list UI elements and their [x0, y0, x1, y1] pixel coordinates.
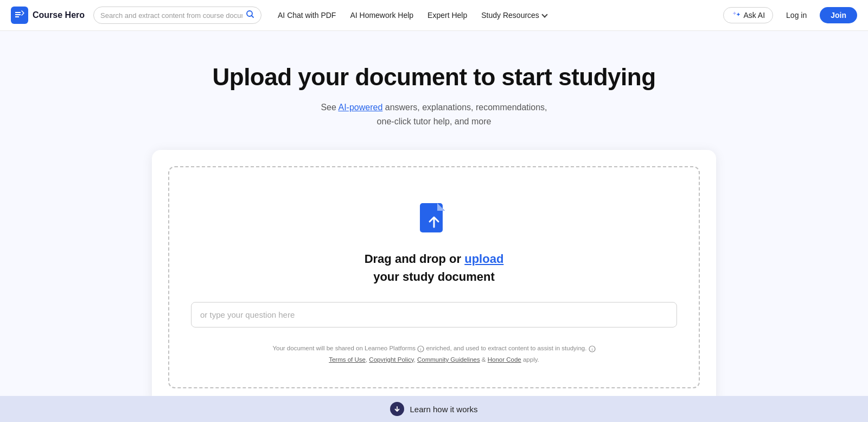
navbar-right: Ask AI Log in Join: [723, 7, 857, 23]
question-input[interactable]: [191, 302, 677, 327]
nav-item-ai-homework[interactable]: AI Homework Help: [344, 8, 419, 23]
drop-zone[interactable]: Drag and drop or uploadyour study docume…: [168, 166, 700, 388]
logo[interactable]: Course Hero: [11, 7, 85, 24]
logo-text: Course Hero: [33, 10, 85, 20]
ai-powered-link[interactable]: AI-powered: [338, 103, 382, 112]
svg-line-2: [252, 16, 254, 18]
navbar: Course Hero AI Chat with PDF AI Homework…: [0, 0, 868, 31]
bottom-banner[interactable]: Learn how it works: [0, 396, 868, 422]
ai-sparkle-icon: [731, 11, 740, 20]
upload-file-icon: [414, 200, 454, 239]
main-content: Upload your document to start studying S…: [0, 31, 868, 422]
learn-how-icon: [390, 402, 404, 416]
nav-links: AI Chat with PDF AI Homework Help Expert…: [272, 8, 723, 23]
search-bar[interactable]: [93, 7, 261, 24]
arrow-down-icon: [393, 405, 401, 413]
upload-card: Drag and drop or uploadyour study docume…: [152, 150, 716, 404]
upload-link[interactable]: upload: [464, 252, 503, 266]
disclaimer-text: Your document will be shared on Learneo …: [272, 343, 595, 365]
logo-icon: [11, 7, 28, 24]
nav-item-expert-help[interactable]: Expert Help: [422, 8, 473, 23]
hero-title: Upload your document to start studying: [212, 64, 655, 91]
search-icon: [246, 10, 254, 21]
community-guidelines-link[interactable]: Community Guidelines: [417, 356, 480, 363]
svg-text:i: i: [420, 347, 422, 352]
copyright-policy-link[interactable]: Copyright Policy: [369, 356, 413, 363]
join-button[interactable]: Join: [820, 7, 857, 23]
nav-item-study-resources[interactable]: Study Resources: [476, 8, 552, 23]
terms-of-use-link[interactable]: Terms of Use: [329, 356, 366, 363]
login-button[interactable]: Log in: [778, 8, 814, 23]
info-icon-2: i: [589, 345, 596, 352]
learn-how-text: Learn how it works: [410, 405, 477, 414]
search-input[interactable]: [100, 11, 242, 20]
info-icon: i: [417, 345, 424, 352]
hero-subtitle: See AI-powered answers, explanations, re…: [321, 100, 547, 128]
honor-code-link[interactable]: Honor Code: [488, 356, 521, 363]
chevron-down-icon: [541, 11, 547, 17]
ask-ai-button[interactable]: Ask AI: [723, 7, 773, 23]
nav-item-ai-chat[interactable]: AI Chat with PDF: [272, 8, 341, 23]
svg-text:i: i: [591, 347, 592, 352]
drop-text: Drag and drop or uploadyour study docume…: [365, 250, 504, 286]
